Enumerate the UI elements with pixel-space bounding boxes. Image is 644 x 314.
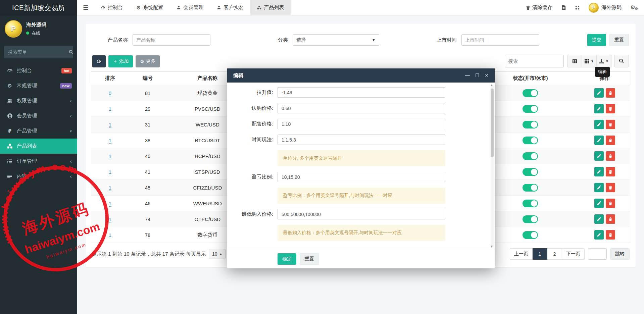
minimize-icon[interactable]: — xyxy=(465,73,470,78)
sort-link[interactable]: 1 xyxy=(109,138,111,144)
columns-toggle-icon[interactable]: ▼ xyxy=(582,55,597,67)
sidebar-item-general[interactable]: ⚙ 常规管理 new xyxy=(0,78,77,93)
status-toggle[interactable] xyxy=(523,152,538,160)
tab-product-list[interactable]: 产品列表 xyxy=(250,0,291,15)
sidebar-item-products[interactable]: ₽ 产品管理 ▾ xyxy=(0,123,77,139)
close-icon[interactable]: ✕ xyxy=(485,73,489,78)
page-preview-icon[interactable] xyxy=(561,5,566,10)
submit-button[interactable]: 提交 xyxy=(587,34,606,46)
status-toggle[interactable] xyxy=(523,168,538,176)
settings-gears-icon[interactable]: ⚙⚙ xyxy=(630,4,638,11)
status-toggle[interactable] xyxy=(523,121,538,128)
status-toggle[interactable] xyxy=(523,184,538,192)
tab-system-config[interactable]: ⚙ 系统配置 xyxy=(130,0,170,15)
per-page-select[interactable]: 10▲ xyxy=(209,249,226,259)
delete-button[interactable] xyxy=(606,120,615,129)
page-button-1[interactable]: 1 xyxy=(533,248,547,260)
page-button-2[interactable]: 2 xyxy=(547,248,562,260)
status-toggle[interactable] xyxy=(523,200,538,207)
col-id[interactable]: 编号 xyxy=(129,72,166,85)
edit-button[interactable] xyxy=(594,230,604,240)
scroll-down-icon[interactable]: ▼ xyxy=(490,245,493,248)
prev-page-button[interactable]: 上一页 xyxy=(510,248,533,260)
profit-ratio-input[interactable] xyxy=(278,172,445,182)
edit-button[interactable] xyxy=(594,151,604,161)
advanced-search-icon[interactable] xyxy=(614,55,629,67)
delete-button[interactable] xyxy=(606,199,615,208)
reset-button[interactable]: 重置 xyxy=(609,34,629,46)
jump-button[interactable]: 跳转 xyxy=(610,248,630,260)
status-toggle[interactable] xyxy=(523,137,538,144)
sidebar-item-product-list[interactable]: 产品列表 xyxy=(0,139,77,154)
list-time-input[interactable] xyxy=(461,34,539,46)
modal-reset-button[interactable]: 重置 xyxy=(300,253,319,265)
delete-button[interactable] xyxy=(606,104,615,113)
sort-link[interactable]: 1 xyxy=(109,185,111,191)
sort-link[interactable]: 1 xyxy=(109,122,111,128)
col-status[interactable]: 状态(开市/休市) xyxy=(481,72,579,85)
confirm-button[interactable]: 确定 xyxy=(278,253,296,265)
detail-view-icon[interactable] xyxy=(567,55,582,67)
edit-button[interactable] xyxy=(594,167,604,176)
sort-link[interactable]: 1 xyxy=(109,201,111,207)
maximize-icon[interactable]: ❐ xyxy=(475,73,480,78)
placement-price-input[interactable] xyxy=(278,119,445,129)
jump-page-input[interactable] xyxy=(588,248,607,260)
edit-button[interactable] xyxy=(594,183,604,192)
edit-button[interactable] xyxy=(594,214,604,224)
delete-button[interactable] xyxy=(606,151,615,161)
status-toggle[interactable] xyxy=(523,231,538,239)
sort-link[interactable]: 1 xyxy=(109,216,111,222)
tab-members[interactable]: 会员管理 xyxy=(170,0,210,15)
edit-button[interactable] xyxy=(594,199,604,208)
export-icon[interactable]: ▼ xyxy=(597,55,611,67)
sidebar-item-permissions[interactable]: 权限管理 ‹ xyxy=(0,93,77,108)
sidebar-item-orders[interactable]: 订单管理 ‹ xyxy=(0,154,77,169)
tab-customer-kyc[interactable]: 客户实名 xyxy=(210,0,250,15)
col-sort[interactable]: 排序 xyxy=(91,72,129,85)
delete-button[interactable] xyxy=(606,214,615,224)
sidebar-item-dashboard[interactable]: 控制台 hot xyxy=(0,63,77,78)
edit-button[interactable] xyxy=(594,120,604,129)
edit-button[interactable] xyxy=(594,104,604,113)
next-page-button[interactable]: 下一页 xyxy=(562,248,585,260)
delete-button[interactable] xyxy=(606,88,615,98)
status-toggle[interactable] xyxy=(523,105,538,113)
sort-link[interactable]: 0 xyxy=(109,90,111,96)
edit-button[interactable] xyxy=(594,88,604,98)
topbar-user-menu[interactable]: P 海外源码 xyxy=(589,3,622,13)
delete-button[interactable] xyxy=(606,136,615,145)
modal-header[interactable]: 编辑 — ❐ ✕ xyxy=(227,68,495,83)
hamburger-icon[interactable]: ☰ xyxy=(77,0,94,15)
refresh-button[interactable]: ⟳ xyxy=(92,55,106,67)
delete-button[interactable] xyxy=(606,183,615,192)
search-icon[interactable] xyxy=(69,50,73,54)
add-button[interactable]: ＋添加 xyxy=(108,55,133,67)
scroll-up-icon[interactable]: ▲ xyxy=(490,83,493,87)
category-select[interactable]: 选择 ▼ xyxy=(293,34,379,46)
status-toggle[interactable] xyxy=(523,89,538,97)
status-toggle[interactable] xyxy=(523,215,538,223)
edit-button[interactable] xyxy=(594,136,604,145)
delete-button[interactable] xyxy=(606,230,615,240)
modal-scrollbar[interactable]: ▲ ▼ xyxy=(491,84,494,248)
more-button[interactable]: ⚙更多 xyxy=(136,55,160,67)
time-play-input[interactable] xyxy=(278,135,445,145)
tab-dashboard[interactable]: 控制台 xyxy=(94,0,130,15)
sidebar-item-members[interactable]: 会员管理 ‹ xyxy=(0,108,77,123)
clear-cache-button[interactable]: 清除缓存 xyxy=(526,4,552,11)
sort-link[interactable]: 1 xyxy=(109,232,111,238)
menu-search-input[interactable] xyxy=(8,49,69,55)
sort-link[interactable]: 1 xyxy=(109,169,111,175)
sidebar-item-content[interactable]: 内容 ‹ xyxy=(0,169,77,184)
subscribe-price-input[interactable] xyxy=(278,103,445,113)
sort-link[interactable]: 1 xyxy=(109,153,111,159)
scrollbar-thumb[interactable] xyxy=(491,89,494,157)
fullscreen-icon[interactable] xyxy=(575,5,580,10)
sort-link[interactable]: 1 xyxy=(109,106,111,112)
product-name-input[interactable] xyxy=(133,34,210,46)
min-buy-price-input[interactable] xyxy=(278,209,445,219)
pull-value-input[interactable] xyxy=(278,87,445,98)
delete-button[interactable] xyxy=(606,167,615,176)
table-search-input[interactable] xyxy=(505,55,564,67)
